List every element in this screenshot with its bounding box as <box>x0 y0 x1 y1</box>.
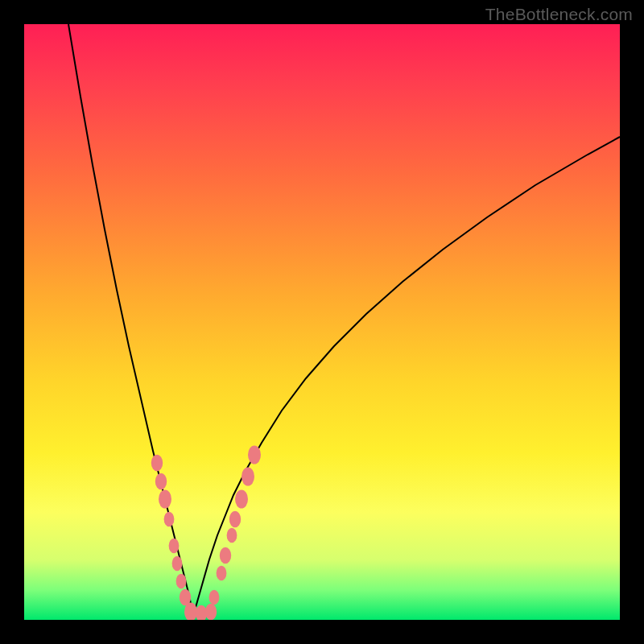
data-marker <box>235 490 248 509</box>
data-marker <box>242 468 254 486</box>
data-marker <box>217 566 227 580</box>
data-markers <box>151 446 261 621</box>
curve-left <box>68 24 193 616</box>
curve-right <box>193 137 620 616</box>
plot-area <box>24 24 620 620</box>
data-marker <box>151 455 163 472</box>
data-marker <box>227 528 237 543</box>
data-marker <box>176 574 187 588</box>
data-marker <box>209 590 220 605</box>
data-marker <box>229 511 241 528</box>
watermark-text: TheBottleneck.com <box>485 5 633 24</box>
data-marker <box>248 446 261 464</box>
data-marker <box>155 473 167 490</box>
data-marker <box>164 512 175 526</box>
data-marker <box>220 547 231 564</box>
chart-svg <box>24 24 620 620</box>
data-marker <box>172 556 183 571</box>
data-marker <box>169 539 180 553</box>
data-marker <box>205 604 217 620</box>
data-marker <box>159 490 171 509</box>
